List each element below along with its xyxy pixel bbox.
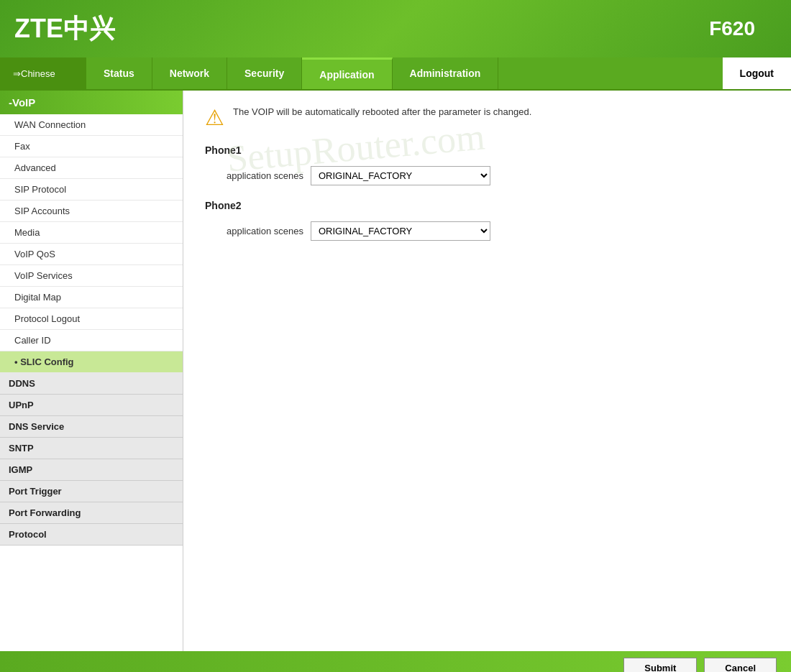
phone2-title: Phone2	[205, 200, 769, 211]
nav-tab-security[interactable]: Security	[227, 57, 302, 89]
sidebar-item-sip-protocol[interactable]: SIP Protocol	[0, 179, 183, 201]
sidebar-item-dns-service[interactable]: DNS Service	[0, 416, 183, 438]
sidebar-item-igmp[interactable]: IGMP	[0, 459, 183, 481]
phone2-label: application scenes	[227, 226, 303, 236]
sidebar-item-slic-config[interactable]: SLIC Config	[0, 351, 183, 373]
content-area: SetupRouter.com ⚠ The VOIP will be autom…	[183, 91, 791, 651]
main-layout: -VoIP WAN Connection Fax Advanced SIP Pr…	[0, 91, 791, 651]
sidebar-item-upnp[interactable]: UPnP	[0, 395, 183, 416]
warning-text: The VOIP will be automatically rebooted …	[233, 105, 531, 119]
nav-tabs: Status Network Security Application Admi…	[86, 57, 723, 89]
nav-tab-status[interactable]: Status	[86, 57, 152, 89]
logo: ZTE中兴	[14, 11, 115, 47]
footer-bar: Submit Cancel	[0, 651, 791, 672]
phone1-select[interactable]: ORIGINAL_FACTORY CUSTOM	[311, 166, 490, 185]
phone1-title: Phone1	[205, 144, 769, 156]
sidebar-item-sip-accounts[interactable]: SIP Accounts	[0, 201, 183, 222]
nav-tab-administration[interactable]: Administration	[393, 57, 499, 89]
warning-icon: ⚠	[205, 105, 224, 130]
navbar: Chinese Status Network Security Applicat…	[0, 57, 791, 91]
nav-tab-network[interactable]: Network	[152, 57, 227, 89]
sidebar-item-media[interactable]: Media	[0, 222, 183, 244]
logo-text: ZTE中兴	[14, 11, 115, 47]
phone2-select[interactable]: ORIGINAL_FACTORY CUSTOM	[311, 221, 490, 241]
logout-button[interactable]: Logout	[723, 57, 791, 89]
phone2-form-row: application scenes ORIGINAL_FACTORY CUST…	[227, 221, 769, 241]
phone1-label: application scenes	[227, 170, 303, 181]
nav-tab-application[interactable]: Application	[302, 57, 392, 89]
sidebar-item-voip-services[interactable]: VoIP Services	[0, 265, 183, 287]
sidebar-item-fax[interactable]: Fax	[0, 136, 183, 157]
sidebar: -VoIP WAN Connection Fax Advanced SIP Pr…	[0, 91, 183, 651]
model-name: F620	[709, 17, 755, 40]
sidebar-item-sntp[interactable]: SNTP	[0, 438, 183, 459]
sidebar-item-ddns[interactable]: DDNS	[0, 373, 183, 395]
sidebar-item-voip-qos[interactable]: VoIP QoS	[0, 244, 183, 265]
header: ZTE中兴 F620	[0, 0, 791, 57]
sidebar-item-caller-id[interactable]: Caller ID	[0, 330, 183, 351]
nav-language[interactable]: Chinese	[0, 57, 86, 89]
sidebar-voip-header[interactable]: -VoIP	[0, 91, 183, 114]
sidebar-item-protocol[interactable]: Protocol	[0, 524, 183, 546]
sidebar-item-digital-map[interactable]: Digital Map	[0, 287, 183, 308]
sidebar-item-wan-connection[interactable]: WAN Connection	[0, 114, 183, 136]
sidebar-item-port-forwarding[interactable]: Port Forwarding	[0, 502, 183, 524]
sidebar-item-port-trigger[interactable]: Port Trigger	[0, 481, 183, 502]
sidebar-item-protocol-logout[interactable]: Protocol Logout	[0, 308, 183, 330]
phone1-form-row: application scenes ORIGINAL_FACTORY CUST…	[227, 166, 769, 185]
cancel-button[interactable]: Cancel	[704, 658, 777, 673]
warning-box: ⚠ The VOIP will be automatically reboote…	[205, 105, 769, 130]
submit-button[interactable]: Submit	[623, 658, 697, 673]
sidebar-item-advanced[interactable]: Advanced	[0, 157, 183, 179]
